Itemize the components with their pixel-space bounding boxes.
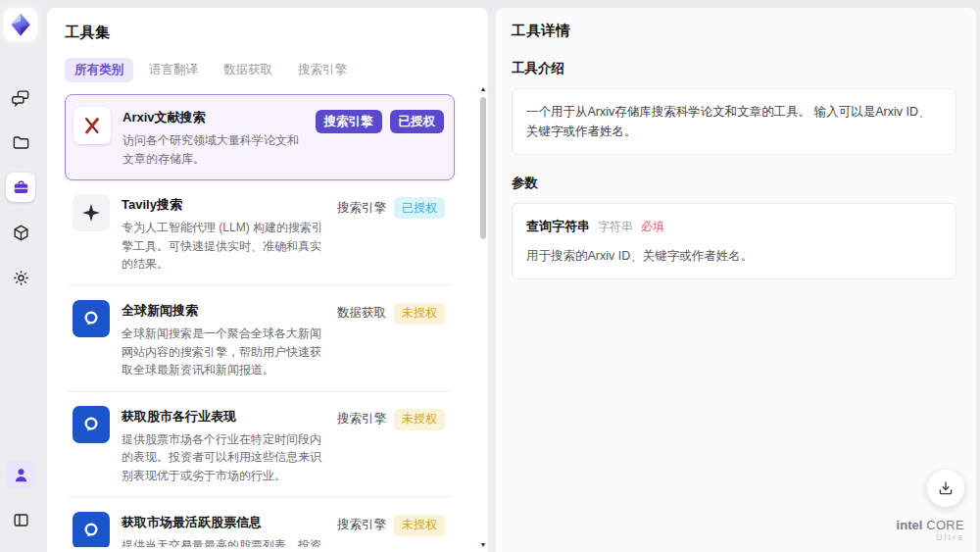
- tool-status-badge: 已授权: [390, 110, 445, 133]
- sidebar-item-tools[interactable]: [6, 173, 35, 202]
- sidebar-item-models[interactable]: [6, 218, 35, 247]
- tool-body: 全球新闻搜索 全球新闻搜索是一个聚合全球各大新闻网站内容的搜索引擎，帮助用户快速…: [122, 300, 337, 379]
- tools-panel: 工具集 所有类别 语言翻译 数据获取 搜索引擎 Arxiv文献搜索 访问各个研究…: [47, 8, 488, 552]
- chat-icon: [12, 88, 30, 107]
- params-heading: 参数: [512, 175, 956, 192]
- tab-data-fetch[interactable]: 数据获取: [214, 58, 282, 82]
- intel-core-logo: intel CORE Ultra: [897, 518, 964, 542]
- tool-body: Arxiv文献搜索 访问各个研究领域大量科学论文和文章的存储库。: [122, 107, 316, 168]
- tool-meta: 数据获取 未授权: [337, 303, 445, 325]
- tool-status-badge: 未授权: [394, 409, 445, 430]
- tool-description: 提供股票市场各个行业在特定时间段内的表现。投资者可以利用这些信息来识别表现优于或…: [122, 430, 327, 485]
- tool-description: 全球新闻搜索是一个聚合全球各大新闻网站内容的搜索引擎，帮助用户快速获取全球最新资…: [122, 325, 327, 379]
- parameter-description: 用于搜索的Arxiv ID、关键字或作者姓名。: [526, 246, 942, 266]
- app-logo[interactable]: [4, 8, 37, 41]
- tool-details-panel: 工具详情 工具介绍 一个用于从Arxiv存储库搜索科学论文和文章的工具。 输入可…: [496, 8, 976, 552]
- tab-translation[interactable]: 语言翻译: [139, 58, 208, 82]
- tool-category-tag: 搜索引擎: [337, 411, 386, 427]
- intro-text: 一个用于从Arxiv存储库搜索科学论文和文章的工具。 输入可以是Arxiv ID…: [526, 105, 931, 138]
- scrollbar-thumb[interactable]: [480, 97, 486, 239]
- intro-box: 一个用于从Arxiv存储库搜索科学论文和文章的工具。 输入可以是Arxiv ID…: [512, 88, 956, 155]
- tool-category-tag: 搜索引擎: [316, 110, 382, 133]
- briefcase-icon: [12, 178, 30, 197]
- page-title: 工具集: [65, 24, 468, 42]
- tool-category-tag: 搜索引擎: [337, 200, 386, 217]
- tool-name: Tavily搜索: [122, 196, 327, 214]
- tool-description: 访问各个研究领域大量科学论文和文章的存储库。: [122, 131, 306, 168]
- tool-card[interactable]: 全球新闻搜索 全球新闻搜索是一个聚合全球各大新闻网站内容的搜索引擎，帮助用户快速…: [65, 288, 455, 392]
- newsq-icon: [73, 300, 110, 337]
- tool-list: Arxiv文献搜索 访问各个研究领域大量科学论文和文章的存储库。 搜索引擎 已授…: [65, 94, 468, 547]
- ultra-wordmark: Ultra: [897, 532, 964, 542]
- tab-all-categories[interactable]: 所有类别: [65, 58, 133, 82]
- download-button[interactable]: [927, 470, 964, 507]
- spark-icon: [73, 194, 110, 231]
- tool-description: 专为人工智能代理 (LLM) 构建的搜索引擎工具。可快速提供实时、准确和真实的结…: [122, 219, 327, 274]
- arxiv-icon: [74, 107, 111, 144]
- tool-name: Arxiv文献搜索: [122, 109, 306, 126]
- newsq-icon: [73, 406, 110, 443]
- parameter-header: 查询字符串 字符串 必填: [526, 217, 942, 237]
- tool-list-scrollbar[interactable]: ▲ ▼: [478, 84, 488, 550]
- details-title: 工具详情: [512, 22, 956, 40]
- tool-category-tag: 搜索引擎: [337, 517, 386, 533]
- tool-body: Tavily搜索 专为人工智能代理 (LLM) 构建的搜索引擎工具。可快速提供实…: [122, 194, 337, 274]
- tool-body: 获取市场最活跃股票信息 提供当天交易量最高的股票列表，投资者可以利用这些信息来识…: [122, 512, 337, 547]
- download-icon: [937, 479, 955, 497]
- tool-category-tag: 数据获取: [337, 305, 386, 322]
- tool-meta: 搜索引擎 已授权: [337, 197, 445, 219]
- tool-body: 获取股市各行业表现 提供股票市场各个行业在特定时间段内的表现。投资者可以利用这些…: [122, 406, 337, 485]
- tool-description: 提供当天交易量最高的股票列表，投资者可以利用这些信息来识别流动性强的股票和潜在的…: [122, 536, 327, 547]
- scroll-up-icon[interactable]: ▲: [478, 84, 488, 94]
- parameter-box: 查询字符串 字符串 必填 用于搜索的Arxiv ID、关键字或作者姓名。: [512, 203, 956, 279]
- tool-status-badge: 未授权: [394, 515, 445, 536]
- gear-icon: [12, 269, 30, 287]
- tool-meta: 搜索引擎 已授权: [316, 110, 445, 133]
- category-tabs: 所有类别 语言翻译 数据获取 搜索引擎: [65, 58, 468, 82]
- tool-meta: 搜索引擎 未授权: [337, 515, 445, 536]
- left-rail: [0, 0, 41, 552]
- folder-icon: [12, 133, 30, 152]
- diamond-logo-icon: [8, 12, 33, 37]
- tool-status-badge: 未授权: [394, 303, 445, 325]
- tool-card[interactable]: Arxiv文献搜索 访问各个研究领域大量科学论文和文章的存储库。 搜索引擎 已授…: [65, 94, 455, 180]
- sidebar-item-user[interactable]: [6, 460, 35, 489]
- tool-name: 全球新闻搜索: [122, 302, 327, 320]
- sidebar-item-chat[interactable]: [6, 82, 35, 112]
- tool-card[interactable]: 获取市场最活跃股票信息 提供当天交易量最高的股票列表，投资者可以利用这些信息来识…: [65, 500, 455, 547]
- layout-toggle-icon: [12, 511, 30, 529]
- tool-card[interactable]: 获取股市各行业表现 提供股票市场各个行业在特定时间段内的表现。投资者可以利用这些…: [65, 394, 455, 498]
- tool-status-badge: 已授权: [394, 197, 445, 219]
- core-wordmark: CORE: [926, 518, 964, 532]
- parameter-type: 字符串: [598, 218, 633, 236]
- sidebar-item-files[interactable]: [6, 127, 35, 157]
- sidebar-item-settings[interactable]: [6, 263, 35, 292]
- tool-name: 获取市场最活跃股票信息: [122, 514, 327, 531]
- intel-wordmark: intel: [897, 518, 923, 532]
- tab-search-engine[interactable]: 搜索引擎: [288, 58, 357, 82]
- parameter-name: 查询字符串: [526, 217, 590, 237]
- user-icon: [12, 466, 30, 484]
- cube-icon: [12, 224, 30, 242]
- parameter-required-badge: 必填: [641, 218, 664, 236]
- newsq-icon: [73, 512, 110, 547]
- scroll-down-icon[interactable]: ▼: [478, 540, 488, 550]
- tool-meta: 搜索引擎 未授权: [337, 409, 445, 430]
- tool-card[interactable]: Tavily搜索 专为人工智能代理 (LLM) 构建的搜索引擎工具。可快速提供实…: [65, 182, 455, 286]
- intro-heading: 工具介绍: [512, 60, 956, 77]
- sidebar-item-panel-toggle[interactable]: [6, 505, 35, 534]
- tool-name: 获取股市各行业表现: [122, 408, 327, 426]
